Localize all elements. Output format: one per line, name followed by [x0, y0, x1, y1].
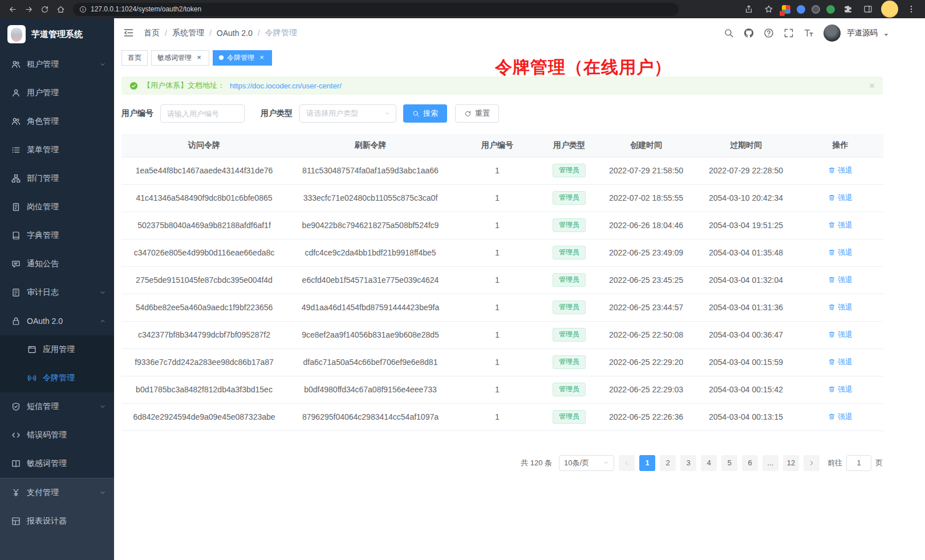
sidebar-toggle-icon[interactable] [861, 2, 875, 16]
expire-time-cell: 2054-03-04 00:13:15 [695, 403, 797, 431]
sidebar-item-post[interactable]: 岗位管理 [0, 193, 114, 221]
browser-back-button[interactable] [6, 2, 19, 16]
breadcrumb-separator: / [209, 29, 212, 38]
reset-button[interactable]: 重置 [455, 104, 499, 123]
page-button-5[interactable]: 5 [721, 455, 737, 471]
search-button[interactable]: 搜索 [403, 104, 447, 123]
tab-token[interactable]: 令牌管理× [213, 50, 272, 66]
sidebar-item-error-code[interactable]: 错误码管理 [0, 421, 114, 449]
token-table: 访问令牌刷新令牌用户编号用户类型创建时间过期时间操作 1ea5e44f8bc14… [121, 134, 883, 431]
sidebar-item-dict[interactable]: 字典管理 [0, 221, 114, 250]
font-size-icon[interactable] [804, 28, 814, 38]
doc-link[interactable]: https://doc.iocoder.cn/user-center/ [230, 82, 342, 90]
user-id-cell: 1 [454, 294, 541, 321]
tab-sensitive-word[interactable]: 敏感词管理× [151, 50, 209, 66]
sidebar-item-user[interactable]: 用户管理 [0, 79, 114, 107]
extension-green-icon[interactable] [826, 5, 835, 14]
force-logout-button[interactable]: 强退 [828, 247, 853, 258]
tab-label: 敏感词管理 [157, 53, 192, 63]
user-id-input[interactable] [160, 104, 245, 123]
force-logout-button[interactable]: 强退 [828, 330, 853, 340]
sidebar-item-sms[interactable]: 短信管理 [0, 392, 114, 421]
page-button-6[interactable]: 6 [742, 455, 758, 471]
browser-profile-avatar[interactable] [881, 1, 898, 18]
breadcrumb-item[interactable]: OAuth 2.0 [217, 29, 253, 38]
user-type-cell: 管理员 [541, 184, 598, 212]
page-button-1[interactable]: 1 [639, 455, 655, 471]
extension-blue-icon[interactable] [797, 5, 805, 14]
created-time-cell: 2022-06-25 22:29:03 [598, 376, 695, 403]
user-type-placeholder: 请选择用户类型 [306, 108, 358, 119]
search-icon[interactable] [724, 28, 734, 38]
chevron-down-icon [99, 489, 106, 496]
alert-close-icon[interactable]: × [869, 81, 875, 91]
bookmark-star-icon[interactable] [762, 2, 776, 16]
force-logout-button[interactable]: 强退 [828, 165, 853, 176]
extensions-puzzle-icon[interactable] [841, 2, 855, 16]
sidebar-item-notice[interactable]: 通知公告 [0, 250, 114, 278]
share-icon[interactable] [742, 2, 756, 16]
sidebar-item-pay[interactable]: 支付管理 [0, 478, 114, 507]
sidebar-item-report-designer[interactable]: 报表设计器 [0, 507, 114, 535]
sidebar-item-role[interactable]: 角色管理 [0, 107, 114, 136]
github-icon[interactable] [744, 28, 754, 38]
reset-button-icon [464, 110, 472, 117]
browser-forward-button[interactable] [22, 2, 35, 16]
force-logout-button[interactable]: 强退 [828, 302, 853, 313]
sidebar-item-label: 审计日志 [27, 287, 93, 298]
fullscreen-icon[interactable] [784, 28, 794, 38]
browser-reload-button[interactable] [38, 2, 51, 16]
tab-close-icon[interactable]: × [195, 54, 203, 62]
chevron-down-icon [384, 110, 391, 117]
table-row: c347026e805e4d99b0d116eae66eda8ccdfc4ce9… [121, 239, 883, 266]
tab-close-icon[interactable]: × [258, 54, 266, 62]
prev-page-button[interactable] [619, 455, 635, 471]
breadcrumb-item[interactable]: 系统管理 [172, 28, 204, 38]
sidebar-item-sensitive-word[interactable]: 敏感词管理 [0, 449, 114, 478]
page-button-3[interactable]: 3 [680, 455, 696, 471]
address-url: 127.0.0.1:1024/system/oauth2/token [91, 5, 201, 13]
action-cell: 强退 [797, 294, 883, 321]
user-menu-caret-icon[interactable] [883, 31, 890, 38]
grid-icon [11, 517, 21, 526]
page-button-2[interactable]: 2 [660, 455, 676, 471]
help-icon[interactable] [764, 28, 774, 38]
sidebar-item-dept[interactable]: 部门管理 [0, 164, 114, 193]
page-button-12[interactable]: 12 [783, 455, 799, 471]
next-page-button[interactable] [804, 455, 819, 471]
sidebar-item-oauth2-app[interactable]: 应用管理 [0, 335, 114, 364]
page-button-4[interactable]: 4 [701, 455, 717, 471]
refresh-token-cell: cdfc4ce9c2da4bb1bdf21b9918ff4be5 [287, 239, 454, 266]
sidebar-item-menu[interactable]: 菜单管理 [0, 136, 114, 164]
extension-dark-icon[interactable] [812, 5, 820, 14]
force-logout-button[interactable]: 强退 [828, 193, 853, 203]
sidebar-item-tenant[interactable]: 租户管理 [0, 50, 114, 79]
app-logo-row[interactable]: 芋道管理系统 [0, 18, 114, 50]
user-id-cell: 1 [454, 376, 541, 403]
page-buttons: 123456...12 [639, 455, 799, 471]
user-name[interactable]: 芋道源码 [847, 28, 878, 38]
force-logout-button[interactable]: 强退 [828, 357, 853, 367]
sidebar-item-oauth2[interactable]: OAuth 2.0 [0, 307, 114, 335]
breadcrumb-item[interactable]: 首页 [144, 28, 160, 38]
browser-home-button[interactable] [54, 2, 67, 16]
sidebar-fold-icon[interactable] [123, 27, 135, 39]
sidebar-item-oauth2-token[interactable]: 令牌管理 [0, 364, 114, 392]
sidebar-item-audit-log[interactable]: 审计日志 [0, 278, 114, 307]
user-avatar[interactable] [823, 25, 841, 42]
force-logout-button[interactable]: 强退 [828, 412, 853, 422]
page-more-button[interactable]: ... [762, 455, 778, 471]
site-info-icon[interactable] [79, 6, 87, 13]
user-type-select[interactable]: 请选择用户类型 [299, 104, 396, 123]
force-logout-button[interactable]: 强退 [828, 384, 853, 395]
force-logout-button[interactable]: 强退 [828, 220, 853, 230]
address-bar[interactable]: 127.0.0.1:1024/system/oauth2/token [73, 3, 679, 16]
page-size-select[interactable]: 10条/页 [559, 455, 614, 471]
success-check-icon [129, 82, 138, 90]
tag-tabs-bar: 首页敏感词管理×令牌管理× [114, 48, 925, 67]
browser-menu-icon[interactable] [904, 2, 918, 16]
goto-page-input[interactable] [846, 455, 871, 471]
force-logout-button[interactable]: 强退 [828, 275, 853, 285]
extension-colorful-icon[interactable] [782, 5, 790, 14]
tab-home[interactable]: 首页 [121, 50, 148, 66]
